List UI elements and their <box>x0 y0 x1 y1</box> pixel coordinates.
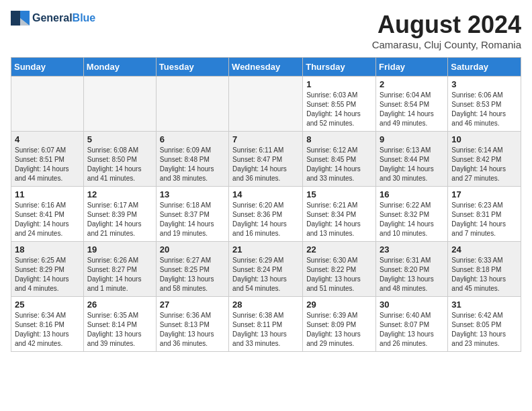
calendar-cell: 5Sunrise: 6:08 AM Sunset: 8:50 PM Daylig… <box>83 132 156 187</box>
cell-date-number: 27 <box>160 300 225 310</box>
cell-info: Sunrise: 6:42 AM Sunset: 8:05 PM Dayligh… <box>451 311 517 349</box>
svg-rect-0 <box>11 11 20 26</box>
logo: GeneralBlue <box>11 11 95 26</box>
calendar-cell: 7Sunrise: 6:11 AM Sunset: 8:47 PM Daylig… <box>229 132 303 187</box>
calendar-cell <box>11 77 84 132</box>
cell-date-number: 29 <box>306 300 372 310</box>
calendar-week-3: 11Sunrise: 6:16 AM Sunset: 8:41 PM Dayli… <box>11 187 521 242</box>
calendar-cell: 9Sunrise: 6:13 AM Sunset: 8:44 PM Daylig… <box>376 132 448 187</box>
logo-icon <box>11 11 30 26</box>
calendar-week-1: 1Sunrise: 6:03 AM Sunset: 8:55 PM Daylig… <box>11 77 521 132</box>
cell-date-number: 12 <box>87 189 152 199</box>
calendar-cell: 10Sunrise: 6:14 AM Sunset: 8:42 PM Dayli… <box>448 132 521 187</box>
cell-date-number: 31 <box>451 300 517 310</box>
cell-info: Sunrise: 6:23 AM Sunset: 8:31 PM Dayligh… <box>451 201 517 238</box>
calendar-cell: 26Sunrise: 6:35 AM Sunset: 8:14 PM Dayli… <box>83 297 156 352</box>
cell-date-number: 2 <box>380 79 444 89</box>
calendar-cell: 12Sunrise: 6:17 AM Sunset: 8:39 PM Dayli… <box>83 187 156 242</box>
cell-date-number: 3 <box>451 79 517 89</box>
cell-info: Sunrise: 6:36 AM Sunset: 8:13 PM Dayligh… <box>160 311 225 349</box>
calendar-cell: 24Sunrise: 6:33 AM Sunset: 8:18 PM Dayli… <box>448 242 521 297</box>
calendar-cell: 16Sunrise: 6:22 AM Sunset: 8:32 PM Dayli… <box>376 187 448 242</box>
calendar-cell: 6Sunrise: 6:09 AM Sunset: 8:48 PM Daylig… <box>156 132 228 187</box>
cell-date-number: 9 <box>380 134 444 144</box>
calendar-cell: 23Sunrise: 6:31 AM Sunset: 8:20 PM Dayli… <box>376 242 448 297</box>
cell-date-number: 20 <box>160 244 225 255</box>
cell-info: Sunrise: 6:11 AM Sunset: 8:47 PM Dayligh… <box>232 146 299 183</box>
cell-date-number: 11 <box>15 189 80 199</box>
cell-info: Sunrise: 6:22 AM Sunset: 8:32 PM Dayligh… <box>380 201 444 238</box>
cell-info: Sunrise: 6:03 AM Sunset: 8:55 PM Dayligh… <box>306 91 372 128</box>
cell-date-number: 24 <box>451 244 517 255</box>
calendar-table: SundayMondayTuesdayWednesdayThursdayFrid… <box>11 57 521 352</box>
cell-info: Sunrise: 6:08 AM Sunset: 8:50 PM Dayligh… <box>87 146 152 183</box>
cell-date-number: 26 <box>87 300 152 310</box>
calendar-cell: 25Sunrise: 6:34 AM Sunset: 8:16 PM Dayli… <box>11 297 84 352</box>
cell-info: Sunrise: 6:07 AM Sunset: 8:51 PM Dayligh… <box>15 146 80 183</box>
calendar-cell: 28Sunrise: 6:38 AM Sunset: 8:11 PM Dayli… <box>229 297 303 352</box>
cell-info: Sunrise: 6:12 AM Sunset: 8:45 PM Dayligh… <box>306 146 372 183</box>
calendar-cell: 17Sunrise: 6:23 AM Sunset: 8:31 PM Dayli… <box>448 187 521 242</box>
cell-info: Sunrise: 6:25 AM Sunset: 8:29 PM Dayligh… <box>15 256 80 293</box>
cell-info: Sunrise: 6:16 AM Sunset: 8:41 PM Dayligh… <box>15 201 80 238</box>
calendar-cell: 1Sunrise: 6:03 AM Sunset: 8:55 PM Daylig… <box>303 77 376 132</box>
cell-info: Sunrise: 6:09 AM Sunset: 8:48 PM Dayligh… <box>160 146 225 183</box>
cell-info: Sunrise: 6:20 AM Sunset: 8:36 PM Dayligh… <box>232 201 299 238</box>
cell-date-number: 16 <box>380 189 444 199</box>
cell-info: Sunrise: 6:35 AM Sunset: 8:14 PM Dayligh… <box>87 311 152 349</box>
calendar-cell: 27Sunrise: 6:36 AM Sunset: 8:13 PM Dayli… <box>156 297 228 352</box>
calendar-cell: 21Sunrise: 6:29 AM Sunset: 8:24 PM Dayli… <box>229 242 303 297</box>
cell-info: Sunrise: 6:40 AM Sunset: 8:07 PM Dayligh… <box>380 311 444 349</box>
cell-date-number: 23 <box>380 244 444 255</box>
cell-date-number: 25 <box>15 300 80 310</box>
day-header-wednesday: Wednesday <box>229 58 303 77</box>
cell-date-number: 4 <box>15 134 80 144</box>
calendar-cell <box>229 77 303 132</box>
calendar-header-row: SundayMondayTuesdayWednesdayThursdayFrid… <box>11 58 521 77</box>
cell-info: Sunrise: 6:21 AM Sunset: 8:34 PM Dayligh… <box>306 201 372 238</box>
cell-info: Sunrise: 6:26 AM Sunset: 8:27 PM Dayligh… <box>87 256 152 293</box>
location-subtitle: Camarasu, Cluj County, Romania <box>372 39 521 50</box>
cell-date-number: 5 <box>87 134 152 144</box>
day-header-monday: Monday <box>83 58 156 77</box>
cell-date-number: 8 <box>306 134 372 144</box>
day-header-sunday: Sunday <box>11 58 84 77</box>
calendar-cell: 19Sunrise: 6:26 AM Sunset: 8:27 PM Dayli… <box>83 242 156 297</box>
cell-info: Sunrise: 6:27 AM Sunset: 8:25 PM Dayligh… <box>160 256 225 293</box>
cell-info: Sunrise: 6:31 AM Sunset: 8:20 PM Dayligh… <box>380 256 444 293</box>
cell-date-number: 15 <box>306 189 372 199</box>
day-header-thursday: Thursday <box>303 58 376 77</box>
page-header: GeneralBlue August 2024 Camarasu, Cluj C… <box>11 11 521 50</box>
calendar-cell: 11Sunrise: 6:16 AM Sunset: 8:41 PM Dayli… <box>11 187 84 242</box>
calendar-cell: 14Sunrise: 6:20 AM Sunset: 8:36 PM Dayli… <box>229 187 303 242</box>
cell-date-number: 7 <box>232 134 299 144</box>
cell-info: Sunrise: 6:18 AM Sunset: 8:37 PM Dayligh… <box>160 201 225 238</box>
cell-date-number: 14 <box>232 189 299 199</box>
cell-info: Sunrise: 6:39 AM Sunset: 8:09 PM Dayligh… <box>306 311 372 349</box>
calendar-week-2: 4Sunrise: 6:07 AM Sunset: 8:51 PM Daylig… <box>11 132 521 187</box>
calendar-cell: 22Sunrise: 6:30 AM Sunset: 8:22 PM Dayli… <box>303 242 376 297</box>
calendar-cell: 31Sunrise: 6:42 AM Sunset: 8:05 PM Dayli… <box>448 297 521 352</box>
cell-date-number: 19 <box>87 244 152 255</box>
cell-date-number: 30 <box>380 300 444 310</box>
calendar-cell: 4Sunrise: 6:07 AM Sunset: 8:51 PM Daylig… <box>11 132 84 187</box>
calendar-cell: 30Sunrise: 6:40 AM Sunset: 8:07 PM Dayli… <box>376 297 448 352</box>
calendar-cell: 18Sunrise: 6:25 AM Sunset: 8:29 PM Dayli… <box>11 242 84 297</box>
logo-general: General <box>32 12 73 24</box>
day-header-saturday: Saturday <box>448 58 521 77</box>
calendar-cell: 3Sunrise: 6:06 AM Sunset: 8:53 PM Daylig… <box>448 77 521 132</box>
cell-info: Sunrise: 6:34 AM Sunset: 8:16 PM Dayligh… <box>15 311 80 349</box>
cell-date-number: 6 <box>160 134 225 144</box>
logo-blue: Blue <box>73 12 96 24</box>
month-title: August 2024 <box>372 11 521 39</box>
day-header-tuesday: Tuesday <box>156 58 228 77</box>
cell-date-number: 10 <box>451 134 517 144</box>
cell-info: Sunrise: 6:30 AM Sunset: 8:22 PM Dayligh… <box>306 256 372 293</box>
cell-date-number: 18 <box>15 244 80 255</box>
cell-info: Sunrise: 6:33 AM Sunset: 8:18 PM Dayligh… <box>451 256 517 293</box>
title-block: August 2024 Camarasu, Cluj County, Roman… <box>372 11 521 50</box>
cell-info: Sunrise: 6:06 AM Sunset: 8:53 PM Dayligh… <box>451 91 517 128</box>
calendar-week-5: 25Sunrise: 6:34 AM Sunset: 8:16 PM Dayli… <box>11 297 521 352</box>
cell-date-number: 13 <box>160 189 225 199</box>
calendar-cell <box>83 77 156 132</box>
